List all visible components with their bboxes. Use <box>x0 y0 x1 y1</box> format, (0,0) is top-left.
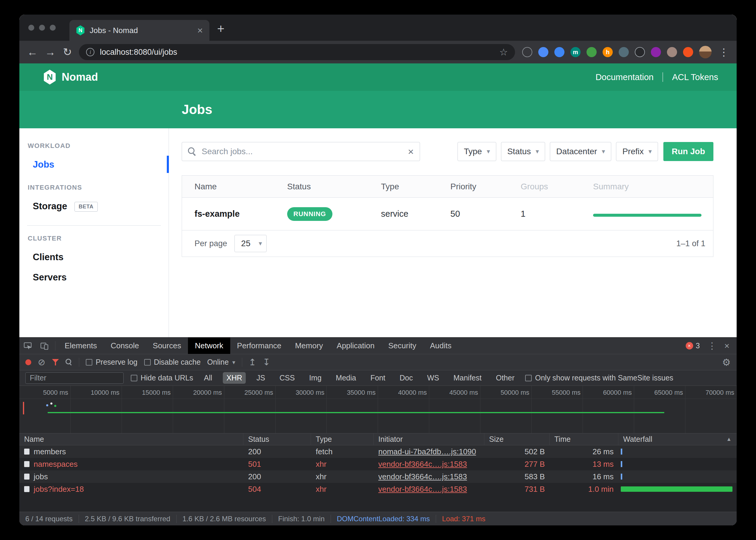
column-header-status[interactable]: Status <box>243 433 311 445</box>
tab-close-icon[interactable]: × <box>197 25 203 36</box>
column-header-waterfall[interactable]: Waterfall ▲ <box>618 433 737 445</box>
bookmark-icon[interactable]: ☆ <box>499 47 508 58</box>
sidebar-item-servers[interactable]: Servers <box>19 267 169 288</box>
samesite-checkbox[interactable] <box>525 375 532 381</box>
devtools-close-icon[interactable]: × <box>724 341 729 351</box>
extension-icon[interactable] <box>667 47 677 57</box>
network-overview-timeline[interactable]: 5000 ms 10000 ms 15000 ms 20000 ms 25000… <box>19 386 737 433</box>
request-filter-all[interactable]: All <box>200 372 216 384</box>
devtools-tab-memory[interactable]: Memory <box>288 338 330 354</box>
column-header-name[interactable]: Name <box>19 433 243 445</box>
devtools-tab-network[interactable]: Network <box>188 338 230 354</box>
window-zoom-button[interactable] <box>50 25 56 31</box>
sidebar-item-storage[interactable]: Storage BETA <box>19 196 169 216</box>
datacenter-filter-dropdown[interactable]: Datacenter ▾ <box>550 142 611 161</box>
run-job-button[interactable]: Run Job <box>663 142 713 161</box>
extension-icon[interactable] <box>538 47 548 57</box>
extension-icon[interactable]: h <box>603 47 613 57</box>
extension-icon[interactable] <box>554 47 564 57</box>
initiator-link[interactable]: vendor-bf3664c….js:1583 <box>378 472 467 481</box>
extension-icon[interactable]: m <box>570 47 581 57</box>
network-request-row[interactable]: jobs 200 xhr vendor-bf3664c….js:1583 583… <box>19 471 737 483</box>
acl-tokens-link[interactable]: ACL Tokens <box>672 72 718 82</box>
hide-data-urls-checkbox[interactable] <box>131 375 137 381</box>
devtools-tab-elements[interactable]: Elements <box>58 338 104 354</box>
extension-icon[interactable] <box>522 47 532 57</box>
profile-avatar[interactable] <box>699 46 712 58</box>
network-request-row[interactable]: members 200 fetch nomad-ui-7ba2fdb….js:1… <box>19 445 737 458</box>
devtools-tab-console[interactable]: Console <box>104 338 146 354</box>
reload-button[interactable]: ↻ <box>63 46 72 58</box>
forward-button[interactable]: → <box>45 46 56 58</box>
window-close-button[interactable] <box>28 25 34 31</box>
initiator-link[interactable]: vendor-bf3664c….js:1583 <box>378 484 467 493</box>
devtools-menu-icon[interactable]: ⋮ <box>707 340 716 351</box>
request-filter-manifest[interactable]: Manifest <box>450 372 485 384</box>
request-filter-font[interactable]: Font <box>367 372 389 384</box>
device-toolbar-button[interactable] <box>36 338 53 354</box>
devtools-tab-performance[interactable]: Performance <box>230 338 288 354</box>
extension-icon[interactable] <box>683 47 693 57</box>
import-har-icon[interactable]: ↥ <box>249 357 256 367</box>
filter-funnel-icon[interactable] <box>52 359 59 365</box>
devtools-tab-application[interactable]: Application <box>330 338 381 354</box>
status-filter-dropdown[interactable]: Status ▾ <box>501 142 545 161</box>
back-button[interactable]: ← <box>27 46 38 58</box>
initiator-link[interactable]: vendor-bf3664c….js:1583 <box>378 460 467 469</box>
record-button[interactable] <box>25 359 31 365</box>
network-request-row[interactable]: jobs?index=18 504 xhr vendor-bf3664c….js… <box>19 483 737 495</box>
column-header-time[interactable]: Time <box>550 433 618 445</box>
site-info-icon[interactable]: i <box>86 48 94 56</box>
console-error-badge[interactable]: × 3 <box>686 341 700 350</box>
request-filter-other[interactable]: Other <box>492 372 518 384</box>
preserve-log-label[interactable]: Preserve log <box>95 358 137 366</box>
extension-icon[interactable] <box>651 47 661 57</box>
window-minimize-button[interactable] <box>39 25 45 31</box>
request-filter-js[interactable]: JS <box>253 372 269 384</box>
column-header-initiator[interactable]: Initiator <box>374 433 484 445</box>
request-filter-doc[interactable]: Doc <box>396 372 416 384</box>
new-tab-button[interactable]: + <box>217 22 225 36</box>
waterfall-bar <box>621 486 732 492</box>
devtools-tab-security[interactable]: Security <box>382 338 423 354</box>
prefix-filter-dropdown[interactable]: Prefix ▾ <box>616 142 658 161</box>
initiator-link[interactable]: nomad-ui-7ba2fdb….js:1090 <box>378 447 476 456</box>
throttling-dropdown[interactable]: Online ▾ <box>207 358 235 366</box>
documentation-link[interactable]: Documentation <box>595 72 654 82</box>
disable-cache-checkbox[interactable] <box>144 359 151 365</box>
clear-search-icon[interactable]: × <box>408 146 414 158</box>
extension-icon[interactable] <box>635 47 645 57</box>
extension-icon[interactable] <box>587 47 597 57</box>
request-filter-xhr[interactable]: XHR <box>223 372 246 384</box>
request-filter-media[interactable]: Media <box>332 372 359 384</box>
address-bar[interactable]: i localhost:8080/ui/jobs ☆ <box>79 44 515 60</box>
request-filter-ws[interactable]: WS <box>424 372 443 384</box>
filter-input[interactable]: Filter <box>25 372 124 384</box>
inspect-element-button[interactable] <box>19 338 36 354</box>
browser-menu-icon[interactable]: ⋮ <box>719 46 729 58</box>
search-jobs-input[interactable]: Search jobs... × <box>182 142 420 161</box>
sidebar-item-jobs[interactable]: Jobs <box>19 155 169 175</box>
type-filter-dropdown[interactable]: Type ▾ <box>458 142 496 161</box>
browser-tab[interactable]: N Jobs - Nomad × <box>70 20 209 41</box>
disable-cache-label[interactable]: Disable cache <box>154 358 201 366</box>
samesite-label[interactable]: Only show requests with SameSite issues <box>535 374 673 382</box>
column-header-type[interactable]: Type <box>311 433 374 445</box>
preserve-log-checkbox[interactable] <box>86 359 93 365</box>
search-requests-icon[interactable] <box>66 359 73 365</box>
network-request-row[interactable]: namespaces 501 xhr vendor-bf3664c….js:15… <box>19 458 737 471</box>
job-row[interactable]: fs-example RUNNING service 50 1 <box>182 198 713 230</box>
sidebar-item-clients[interactable]: Clients <box>19 247 169 267</box>
devtools-tab-sources[interactable]: Sources <box>146 338 188 354</box>
devtools-tab-audits[interactable]: Audits <box>423 338 458 354</box>
per-page-select[interactable]: 25 ▾ <box>235 235 267 252</box>
request-filter-img[interactable]: Img <box>305 372 325 384</box>
column-header-size[interactable]: Size <box>484 433 550 445</box>
request-filter-css[interactable]: CSS <box>276 372 298 384</box>
export-har-icon[interactable]: ↧ <box>263 357 270 367</box>
hide-data-urls-label[interactable]: Hide data URLs <box>141 374 193 382</box>
clear-button[interactable]: ⊘ <box>38 358 45 367</box>
network-filter-bar: Filter Hide data URLs All XHR JS CSS Img… <box>19 370 737 386</box>
extension-icon[interactable] <box>619 47 629 57</box>
network-settings-gear-icon[interactable]: ⚙ <box>722 357 731 368</box>
